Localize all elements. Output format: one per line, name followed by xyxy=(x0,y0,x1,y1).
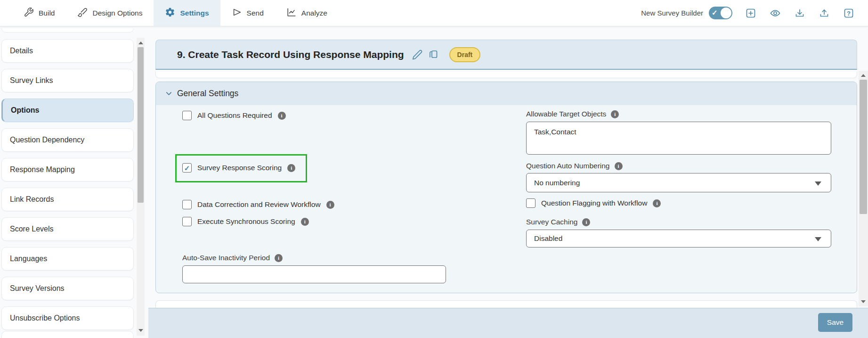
paintbrush-icon xyxy=(77,7,88,19)
dropdown-caret-icon xyxy=(815,237,821,241)
preview-eye-icon[interactable] xyxy=(769,7,781,19)
sidebar-partial-card-bottom xyxy=(1,331,134,338)
all-questions-required-checkbox[interactable] xyxy=(182,111,192,120)
target-objects-label: Allowable Target Objects xyxy=(526,110,606,118)
info-icon[interactable]: i xyxy=(278,112,286,120)
sidebar-partial-card-top xyxy=(1,28,134,33)
survey-caching-label-row: Survey Caching i xyxy=(526,218,590,226)
info-icon[interactable]: i xyxy=(615,162,623,170)
toggle-check-icon: ✓ xyxy=(712,8,718,17)
tab-settings[interactable]: Settings xyxy=(154,0,220,26)
main-scrollbar[interactable] xyxy=(859,71,868,306)
question-flagging-label: Question Flagging with Workflow xyxy=(541,199,647,207)
sidebar-item-survey-links[interactable]: Survey Links xyxy=(1,69,134,92)
all-questions-required-label: All Questions Required xyxy=(197,111,272,120)
target-objects-textarea[interactable]: Task,Contact xyxy=(526,122,831,155)
sidebar-item-label: Options xyxy=(11,106,39,115)
nav-tabs: Build Design Options Settings Send xyxy=(0,0,339,26)
scroll-down-icon[interactable] xyxy=(138,329,143,332)
scroll-up-icon[interactable] xyxy=(138,41,143,44)
sidebar-item-label: Details xyxy=(10,47,33,55)
data-correction-label: Data Correction and Review Workflow xyxy=(197,200,321,209)
scroll-down-icon[interactable] xyxy=(861,300,866,303)
tab-build-label: Build xyxy=(39,9,55,17)
copy-icon[interactable] xyxy=(428,49,439,60)
upload-icon[interactable] xyxy=(818,7,830,19)
sidebar-item-response-mapping[interactable]: Response Mapping xyxy=(1,158,134,181)
scrolled-card-bottom-edge xyxy=(155,72,857,78)
checkmark-icon: ✓ xyxy=(184,165,190,172)
sidebar-item-link-records[interactable]: Link Records xyxy=(1,188,134,211)
sidebar-item-label: Score Levels xyxy=(10,225,54,233)
tab-design-options[interactable]: Design Options xyxy=(66,0,154,26)
question-flagging-row: Question Flagging with Workflow i xyxy=(526,198,661,208)
new-survey-builder-label: New Survey Builder xyxy=(641,9,703,17)
sidebar-item-score-levels[interactable]: Score Levels xyxy=(1,217,134,241)
survey-response-scoring-label: Survey Response Scoring xyxy=(197,164,282,172)
question-flagging-checkbox[interactable] xyxy=(526,198,535,208)
survey-response-scoring-checkbox[interactable]: ✓ xyxy=(182,163,192,173)
help-icon[interactable]: ? xyxy=(843,7,855,19)
all-questions-required-row: All Questions Required i xyxy=(182,111,286,120)
tab-analyze[interactable]: Analyze xyxy=(275,0,339,26)
add-icon[interactable] xyxy=(745,7,757,19)
info-icon[interactable]: i xyxy=(287,164,295,172)
tab-analyze-label: Analyze xyxy=(301,9,327,17)
info-icon[interactable]: i xyxy=(326,201,334,209)
sidebar-item-languages[interactable]: Languages xyxy=(1,247,134,271)
sidebar-scrollbar-thumb[interactable] xyxy=(138,47,144,203)
sidebar-item-options[interactable]: Options xyxy=(1,99,134,122)
sidebar-item-survey-versions[interactable]: Survey Versions xyxy=(1,277,134,300)
data-correction-row: Data Correction and Review Workflow i xyxy=(182,200,334,209)
dropdown-caret-icon xyxy=(815,181,821,186)
svg-text:?: ? xyxy=(847,9,851,16)
execute-synchronous-scoring-row: Execute Synchronous Scoring i xyxy=(182,217,309,226)
autosave-period-input[interactable] xyxy=(182,265,446,283)
general-settings-header[interactable]: General Settings xyxy=(156,82,857,105)
tab-build[interactable]: Build xyxy=(12,0,66,26)
sidebar-item-question-dependency[interactable]: Question Dependency xyxy=(1,128,134,152)
gear-icon xyxy=(165,7,175,19)
edit-pencil-icon[interactable] xyxy=(412,49,423,60)
survey-caching-select[interactable]: Disabled xyxy=(526,230,831,247)
info-icon[interactable]: i xyxy=(301,218,309,226)
download-icon[interactable] xyxy=(794,7,806,19)
next-card-top-edge xyxy=(155,300,857,308)
autosave-period-label-row: Auto-Save Inactivity Period i xyxy=(182,254,283,262)
tab-send[interactable]: Send xyxy=(220,0,275,26)
autosave-period-label: Auto-Save Inactivity Period xyxy=(182,254,270,262)
chevron-down-icon xyxy=(164,89,173,98)
survey-builder-app: Build Design Options Settings Send xyxy=(0,0,868,338)
page-title: 9. Create Task Record Using Response Map… xyxy=(177,49,404,60)
footer-bar: Save xyxy=(148,308,868,338)
data-correction-checkbox[interactable] xyxy=(182,200,192,209)
auto-numbering-select[interactable]: No numbering xyxy=(526,173,831,192)
sidebar-item-unsubscribe-options[interactable]: Unsubscribe Options xyxy=(1,306,134,330)
sidebar-item-label: Survey Links xyxy=(10,76,53,85)
sidebar-item-details[interactable]: Details xyxy=(1,39,134,63)
tab-send-label: Send xyxy=(247,9,264,17)
info-icon[interactable]: i xyxy=(275,254,283,262)
info-icon[interactable]: i xyxy=(582,218,590,226)
info-icon[interactable]: i xyxy=(611,110,619,118)
tab-design-options-label: Design Options xyxy=(92,9,142,17)
scroll-up-icon[interactable] xyxy=(861,74,866,77)
new-survey-builder-toggle-group: New Survey Builder ✓ xyxy=(641,7,732,19)
survey-response-scoring-row: ✓ Survey Response Scoring i xyxy=(182,163,295,173)
sidebar-scrollbar[interactable] xyxy=(137,38,145,336)
tab-settings-label: Settings xyxy=(180,9,209,17)
line-chart-icon xyxy=(286,7,297,19)
save-button[interactable]: Save xyxy=(818,313,852,332)
sidebar-item-label: Survey Versions xyxy=(10,284,65,293)
main-scrollbar-thumb[interactable] xyxy=(860,80,867,214)
execute-synchronous-scoring-checkbox[interactable] xyxy=(182,217,192,226)
toggle-knob xyxy=(721,8,731,18)
info-icon[interactable]: i xyxy=(653,199,661,207)
survey-caching-value: Disabled xyxy=(534,234,562,243)
status-badge: Draft xyxy=(449,47,481,62)
auto-numbering-label-row: Question Auto Numbering i xyxy=(526,162,623,170)
sidebar-item-label: Languages xyxy=(10,255,47,263)
execute-synchronous-scoring-label: Execute Synchronous Scoring xyxy=(197,217,295,226)
top-navigation-bar: Build Design Options Settings Send xyxy=(0,0,868,26)
new-survey-builder-switch[interactable]: ✓ xyxy=(709,7,732,19)
